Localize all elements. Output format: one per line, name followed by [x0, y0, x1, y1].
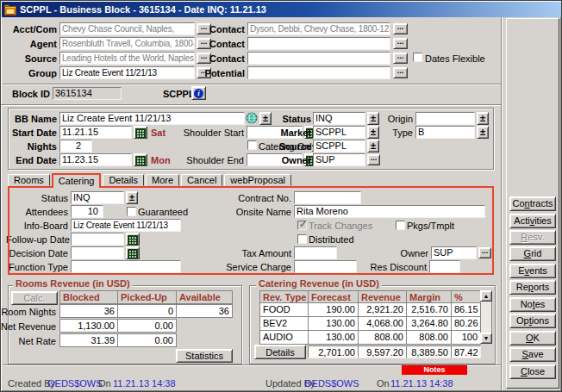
folder-icon [4, 4, 16, 16]
bb-source-field[interactable]: SCPPL [313, 140, 365, 152]
close-button[interactable]: Close [509, 364, 556, 379]
cat-row-bev2-forecast: 130.00 [308, 316, 359, 331]
events-button[interactable]: Events [509, 264, 556, 278]
save-button[interactable]: Save [509, 347, 556, 362]
bb-name-field[interactable]: Liz Create Event 11/21/13 [59, 112, 245, 125]
details-button[interactable]: Details [254, 345, 306, 359]
statistics-button[interactable]: Statistics [176, 349, 233, 363]
type-dropdown-button[interactable] [477, 126, 489, 139]
origin-field[interactable] [415, 112, 475, 125]
cat-total-forecast: 2,701.00 [308, 345, 359, 358]
block-id-label: Block ID [9, 89, 50, 100]
separator [501, 17, 503, 390]
window-title: SCPPL - Business Block - 3615134 - Date … [20, 4, 266, 15]
cat-total-margin: 8,389.50 [406, 345, 452, 358]
cat-row-food-forecast: 190.00 [308, 302, 359, 317]
cat-total-revenue: 9,597.20 [358, 345, 407, 358]
type-field[interactable]: B [415, 126, 475, 139]
end-date-calendar-button[interactable] [134, 153, 147, 166]
contact1-field[interactable]: Dyson, Debbi, Chevy Chase, 1800-123- [247, 22, 390, 35]
cat-col-rev-type: Rev. Type [259, 290, 309, 303]
potential-field[interactable] [247, 66, 390, 79]
activities-button[interactable]: Activities [509, 214, 556, 228]
start-date-calendar-button[interactable] [134, 126, 147, 139]
tab-rooms[interactable]: Rooms [8, 174, 50, 186]
group-label: Group [6, 68, 57, 79]
title-bar[interactable]: SCPPL - Business Block - 3615134 - Date … [2, 2, 561, 17]
bb-name-label: BB Name [6, 114, 57, 125]
reports-button[interactable]: Reports [509, 280, 556, 295]
cat-row-bev2-percent: 80.26 [451, 316, 481, 331]
catering-only-checkbox[interactable] [247, 140, 257, 150]
property-info-button[interactable] [191, 86, 206, 100]
cat-row-food-margin: 2,516.70 [406, 302, 452, 317]
grid-button[interactable]: Grid [509, 246, 556, 261]
dates-flexible-checkbox[interactable] [413, 53, 422, 62]
info-icon [194, 89, 203, 98]
ok-button[interactable]: OK [509, 331, 556, 345]
resv-button: Resv. [509, 230, 556, 245]
cat-row-audio-type[interactable]: AUDIO [259, 330, 309, 345]
block-id-field: 3615134 [53, 87, 122, 100]
potential-lookup-button[interactable] [393, 67, 408, 78]
cat-row-food-type[interactable]: FOOD [259, 302, 309, 317]
updated-by-value: OEDS$OWS [304, 378, 359, 389]
nights-field[interactable]: 2 [59, 140, 92, 152]
contracts-button[interactable]: Contracts [509, 196, 556, 211]
market-dropdown-button[interactable] [367, 126, 379, 139]
acct-com-field[interactable]: Chevy Chase Council, Naples, [59, 22, 195, 35]
status-dropdown-button[interactable] [367, 112, 379, 125]
owner-field[interactable]: SUP [313, 153, 365, 166]
contact1-lookup-button[interactable] [393, 23, 408, 34]
cat-row-bev2-type[interactable]: BEV2 [259, 316, 309, 331]
calc-button[interactable]: Calc. [11, 291, 58, 305]
owner-lookup-button[interactable] [367, 154, 380, 165]
contact1-label: Contact [197, 24, 245, 35]
source-field[interactable]: Leading Hotels of the World, Naples, [59, 52, 195, 65]
cat-row-audio-percent: 100 [451, 330, 481, 345]
market-field[interactable]: SCPPL [313, 126, 365, 139]
options-button[interactable]: Options [509, 314, 556, 328]
globe-icon[interactable] [246, 112, 258, 124]
updated-on-label: On [377, 378, 390, 389]
status-field[interactable]: INQ [313, 112, 365, 125]
bb-name-dropdown-button[interactable] [259, 112, 272, 125]
rooms-col-blocked: Blocked [59, 290, 118, 304]
created-by-value: OEDS$OWS [47, 378, 103, 389]
end-date-label: End Date [6, 155, 57, 166]
room-nights-available: 36 [176, 304, 233, 318]
tab-details[interactable]: Details [103, 174, 144, 186]
agent-field[interactable]: Rosenbluth Travell, Columbia, 1800-r [59, 37, 195, 50]
contact3-lookup-button[interactable] [393, 53, 408, 64]
origin-dropdown-button[interactable] [477, 112, 489, 125]
start-date-field[interactable]: 11.21.15 [59, 126, 132, 139]
cat-row-bev2-margin: 3,264.80 [406, 316, 452, 331]
source-label: Source [6, 53, 57, 65]
rooms-col-picked-up: Picked-Up [117, 290, 177, 304]
status-label: Status [275, 114, 311, 125]
end-day-of-week: Mon [151, 155, 171, 165]
created-on-label: On [98, 378, 111, 389]
group-field[interactable]: Liz Create Event 11/21/13 [59, 66, 195, 79]
room-nights-picked-up: 0 [117, 304, 177, 318]
shoulder-start-label: Shoulder Start [182, 128, 244, 139]
tab-cancel[interactable]: Cancel [181, 174, 222, 186]
agent-label: Agent [6, 39, 57, 50]
cat-row-audio-forecast: 130.00 [308, 330, 359, 345]
cat-row-food-percent: 86.15 [451, 302, 481, 317]
contact3-field[interactable] [247, 52, 390, 65]
cat-row-food-revenue: 2,921.20 [358, 302, 407, 317]
scroll-up-button[interactable] [480, 290, 492, 302]
bb-source-label: Source [275, 141, 311, 152]
end-date-field[interactable]: 11.23.15 [59, 153, 132, 166]
bb-source-dropdown-button[interactable] [367, 140, 379, 152]
notes-button[interactable]: Notes [509, 297, 556, 312]
scroll-down-button[interactable] [480, 333, 492, 344]
contact2-field[interactable] [247, 37, 390, 50]
notes-badge[interactable]: Notes [402, 365, 467, 375]
tab-catering[interactable]: Catering [52, 173, 102, 188]
tab-webproposal[interactable]: webProposal [224, 174, 291, 186]
tab-more[interactable]: More [146, 174, 179, 186]
contact2-lookup-button[interactable] [393, 38, 408, 49]
room-nights-blocked: 36 [59, 304, 118, 318]
